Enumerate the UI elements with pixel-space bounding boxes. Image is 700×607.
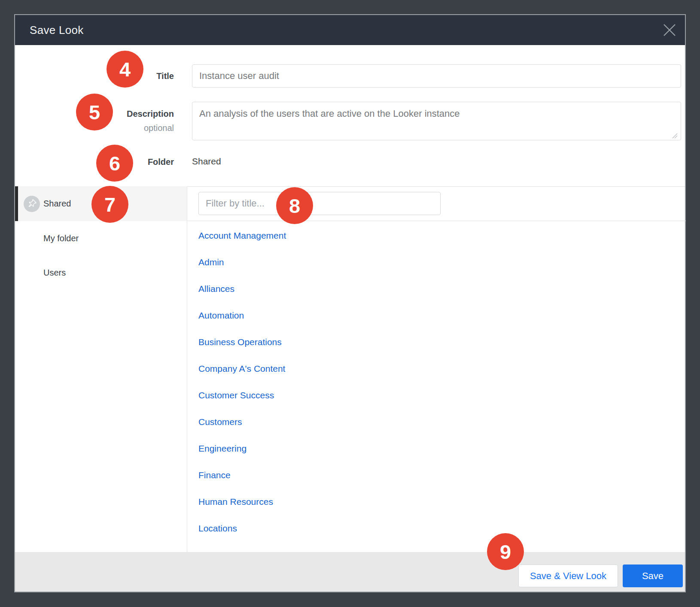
folder-link[interactable]: Automation bbox=[198, 302, 244, 329]
screenshot-root: Save Look Title Description optional An … bbox=[0, 0, 700, 607]
sidebar-item-label: My folder bbox=[43, 234, 79, 243]
sidebar-item-label: Shared bbox=[43, 199, 71, 209]
folder-label: Folder bbox=[15, 157, 174, 167]
sidebar-item-my-folder[interactable]: My folder bbox=[15, 221, 187, 255]
close-icon bbox=[662, 22, 677, 38]
folder-link[interactable]: Business Operations bbox=[198, 329, 282, 355]
annotation-badge-8: 8 bbox=[276, 187, 313, 224]
dialog-title: Save Look bbox=[30, 24, 84, 37]
folder-link[interactable]: Company A's Content bbox=[198, 355, 285, 382]
pushpin-icon bbox=[27, 199, 37, 209]
folder-link[interactable]: Account Management bbox=[198, 222, 286, 249]
folder-link[interactable]: Customers bbox=[198, 409, 242, 435]
save-button[interactable]: Save bbox=[623, 565, 683, 587]
folder-link[interactable]: Engineering bbox=[198, 435, 247, 462]
folder-link[interactable]: Locations bbox=[198, 515, 237, 542]
filter-by-title-input[interactable] bbox=[198, 192, 441, 215]
selected-accent-bar bbox=[15, 186, 18, 221]
annotation-badge-4: 4 bbox=[107, 51, 143, 88]
folder-link[interactable]: Alliances bbox=[198, 276, 234, 302]
annotation-badge-9: 9 bbox=[487, 533, 524, 570]
annotation-badge-5: 5 bbox=[76, 94, 113, 131]
sidebar-item-users[interactable]: Users bbox=[15, 255, 187, 290]
annotation-badge-7: 7 bbox=[91, 186, 128, 223]
dialog-header: Save Look bbox=[15, 15, 685, 45]
pushpin-icon-circle bbox=[24, 196, 40, 212]
description-textarea[interactable]: An analysis of the users that are active… bbox=[192, 102, 681, 140]
folder-link[interactable]: Admin bbox=[198, 249, 224, 276]
folder-link[interactable]: Human Resources bbox=[198, 489, 273, 515]
folder-link[interactable]: Finance bbox=[198, 462, 231, 489]
filter-section bbox=[187, 186, 686, 221]
title-label: Title bbox=[15, 71, 174, 81]
dialog-footer: Save & View Look Save bbox=[15, 552, 685, 592]
title-input[interactable] bbox=[192, 64, 681, 88]
save-look-dialog: Save Look Title Description optional An … bbox=[14, 14, 686, 592]
sidebar-item-label: Users bbox=[43, 268, 66, 278]
folder-link[interactable]: Customer Success bbox=[198, 382, 274, 409]
folder-value: Shared bbox=[192, 156, 221, 167]
folder-list: Account ManagementAdminAlliancesAutomati… bbox=[187, 222, 686, 552]
save-and-view-look-button[interactable]: Save & View Look bbox=[518, 565, 618, 587]
close-button[interactable] bbox=[660, 21, 679, 39]
annotation-badge-6: 6 bbox=[96, 145, 133, 182]
